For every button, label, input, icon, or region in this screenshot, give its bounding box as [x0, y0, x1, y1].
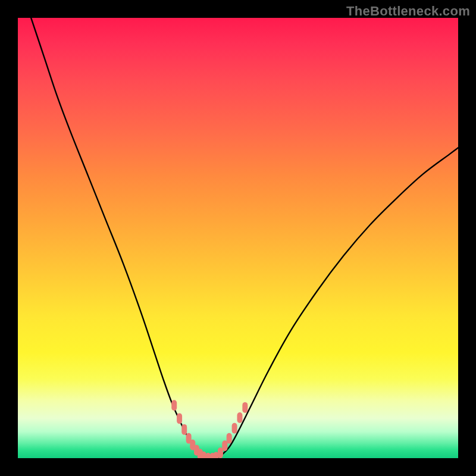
marker-group — [171, 400, 248, 458]
watermark-text: TheBottleneck.com — [346, 4, 470, 19]
valley-marker — [222, 440, 227, 451]
curve-group — [31, 18, 458, 458]
valley-marker — [177, 413, 182, 424]
valley-marker — [227, 433, 232, 444]
curves-svg — [18, 18, 458, 458]
bottleneck-curve — [31, 18, 458, 458]
valley-marker — [237, 412, 242, 423]
valley-marker — [181, 424, 187, 435]
plot-area — [18, 18, 458, 458]
valley-marker — [232, 423, 237, 434]
chart-container: TheBottleneck.com — [0, 0, 476, 476]
valley-marker — [171, 400, 177, 411]
valley-marker — [242, 402, 248, 413]
